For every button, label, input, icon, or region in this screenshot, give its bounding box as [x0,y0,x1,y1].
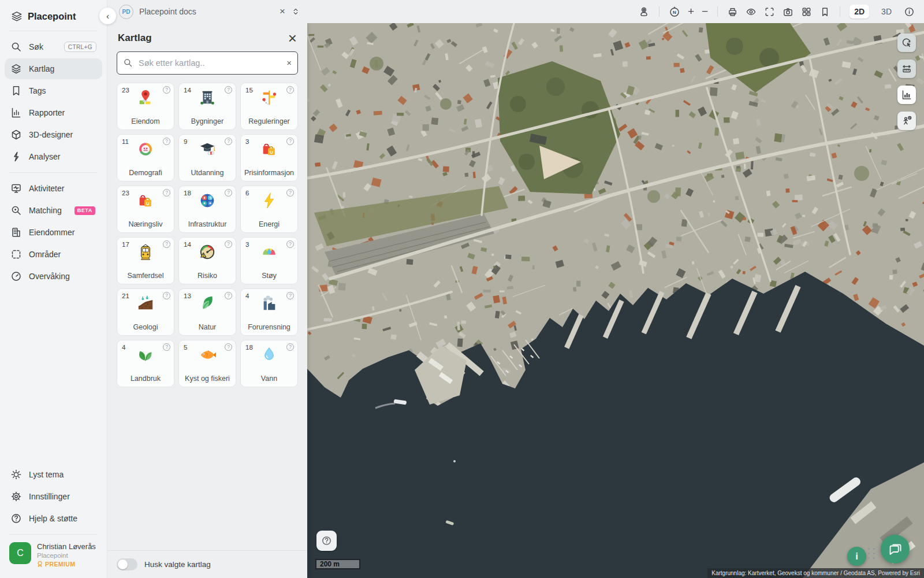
category-card-risiko[interactable]: 14 ? Risiko [178,237,236,284]
zoom-in-icon[interactable]: + [688,5,694,18]
category-card-stoy[interactable]: 3 ? Støy [240,237,298,284]
sidebar-item-tags[interactable]: Tags [5,80,102,101]
visibility-icon[interactable] [746,6,757,17]
category-card-demografi[interactable]: 11 ? Demografi [117,134,174,181]
kartlag-panel: Kartlag × × 23 ? Eiendom 14 ? Bygninger … [107,23,307,578]
card-help-icon[interactable]: ? [163,86,170,94]
card-help-icon[interactable]: ? [225,138,232,145]
category-card-vann[interactable]: 18 ? Vann [240,340,298,387]
card-help-icon[interactable]: ? [286,138,294,145]
category-card-utdanning[interactable]: 9 ? Utdanning [178,134,236,181]
sidebar-item-aktiviteter[interactable]: Aktiviteter [5,178,102,199]
category-card-naeringsliv[interactable]: 23 ? U Næringsliv [117,186,174,233]
sidebar-item-hjelp[interactable]: Hjelp & støtte [5,508,102,529]
leaf-icon [197,295,218,312]
search-box: × [117,51,298,75]
category-card-infrastruktur[interactable]: 18 ? Infrastruktur [178,186,236,233]
card-help-icon[interactable]: ? [225,292,232,299]
panel-footer: Husk valgte kartlag [107,550,307,578]
map-help-button[interactable] [316,531,337,551]
sidebar-item-label: Hjelp & støtte [29,514,77,523]
streetview-icon[interactable] [638,6,650,17]
card-help-icon[interactable]: ? [163,343,170,351]
svg-text:U: U [146,201,150,206]
map-info-button[interactable]: i [847,547,866,566]
sidebar-item-eiendommer[interactable]: Eiendommer [5,222,102,243]
tab-close-icon[interactable]: × [280,6,285,17]
category-card-energi[interactable]: 6 ? Energi [240,186,298,233]
category-card-kyst-og-fiskeri[interactable]: 5 ? Kyst og fiskeri [178,340,236,387]
category-card-samferdsel[interactable]: 17 ? Samferdsel [117,237,174,284]
layer-count: 23 [122,190,129,197]
map-tool-traveltime-button[interactable] [897,112,916,130]
zoom-out-icon[interactable]: − [702,5,708,18]
card-help-icon[interactable]: ? [163,138,170,145]
compass-icon[interactable]: N [669,5,680,18]
category-card-prisinformasjon[interactable]: 3 ? U Prisinformasjon [240,134,298,181]
map-canvas[interactable]: 200 m Kartgrunnlag: Kartverket, Geovekst… [307,23,924,578]
user-avatar[interactable]: C [9,542,31,564]
search-input[interactable] [137,58,282,68]
screenshot-camera-icon[interactable] [783,6,793,17]
card-help-icon[interactable]: ? [163,292,170,299]
card-help-icon[interactable]: ? [225,240,232,248]
document-tab[interactable]: PD Placepoint docs × [107,5,307,19]
toggle-knob [118,560,128,569]
card-help-icon[interactable]: ? [225,343,232,351]
card-help-icon[interactable]: ? [286,292,294,299]
sidebar-item-omrader[interactable]: Områder [5,244,102,265]
fish-icon [197,346,218,364]
user-name: Christian Løverås [37,542,96,551]
category-card-eiendom[interactable]: 23 ? Eiendom [117,83,174,130]
layer-count: 3 [245,138,249,145]
card-help-icon[interactable]: ? [286,86,294,94]
close-panel-icon[interactable]: × [288,32,297,45]
category-card-natur[interactable]: 13 ? Natur [178,288,236,336]
info-icon[interactable] [904,6,915,17]
category-card-reguleringer[interactable]: 15 ? Reguleringer [240,83,298,130]
tag-icon [10,85,22,97]
map-tool-select-button[interactable] [897,34,916,52]
category-card-landbruk[interactable]: 4 ? Landbruk [117,340,174,387]
map-tool-chart-button[interactable] [897,86,916,104]
sidebar-item-3d-designer[interactable]: 3D-designer [5,124,102,145]
card-help-icon[interactable]: ? [286,240,294,248]
tab-switch-icon[interactable] [291,7,300,16]
sidebar-item-rapporter[interactable]: Rapporter [5,102,102,123]
mode-2d-button[interactable]: 2D [850,5,869,18]
category-card-geologi[interactable]: 21 ? Geologi [117,288,174,336]
card-help-icon[interactable]: ? [286,343,294,351]
collapse-panel-button[interactable]: ‹ [99,8,116,24]
map-tool-measure-button[interactable] [897,60,916,78]
layer-count: 11 [122,138,129,145]
sidebar-nav-tertiary: Lyst tema Innstillinger Hjelp & støtte [0,459,107,534]
sidebar-item-kartlag[interactable]: Kartlag [5,58,102,79]
mode-3d-button[interactable]: 3D [877,5,896,18]
print-icon[interactable] [727,6,738,17]
clear-search-icon[interactable]: × [286,58,292,68]
fullscreen-icon[interactable] [764,6,775,17]
layer-count: 3 [245,241,249,248]
card-help-icon[interactable]: ? [163,189,170,197]
category-card-bygninger[interactable]: 14 ? Bygninger [178,83,236,130]
category-card-forurensning[interactable]: 4 ? Forurensning [240,288,298,336]
user-profile[interactable]: C Christian Løverås Placepoint PREMIUM [0,535,107,578]
sidebar-item-overvaking[interactable]: Overvåking [5,266,102,287]
bookmark-icon[interactable] [819,6,830,17]
card-help-icon[interactable]: ? [286,189,294,197]
card-help-icon[interactable]: ? [225,86,232,94]
remember-layers-toggle[interactable] [117,558,137,570]
card-help-icon[interactable]: ? [163,240,170,248]
toggle-label: Husk valgte kartlag [144,560,211,569]
buildings-icon [10,227,22,238]
cube-icon [10,129,22,140]
card-help-icon[interactable]: ? [225,189,232,197]
sidebar-item-innstillinger[interactable]: Innstillinger [5,486,102,507]
qr-code-icon[interactable] [801,6,812,17]
sidebar-item-analyser[interactable]: Analyser [5,146,102,167]
sidebar-item-sok[interactable]: Søk CTRL+G [5,36,102,57]
sidebar-item-matching[interactable]: Matching BETA [5,200,102,221]
sidebar-item-lyst-tema[interactable]: Lyst tema [5,464,102,485]
chat-button[interactable] [881,535,910,564]
drag-handle-dots[interactable] [868,548,875,559]
